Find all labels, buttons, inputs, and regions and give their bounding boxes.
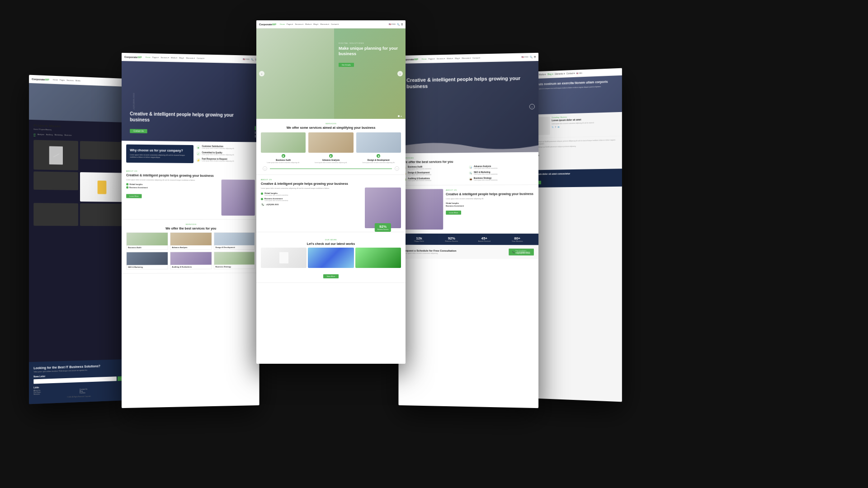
r-nav-elements: Elements ▾ xyxy=(462,57,471,59)
linkedin-icon: in xyxy=(558,125,560,128)
c-nav-elements: Elements ▾ xyxy=(320,23,329,25)
mockup-center: CorporateWP Home Pages ▾ Services ▾ Work… xyxy=(256,20,406,364)
r-about-content: ABOUT US Creative & intelligent people h… xyxy=(403,188,534,230)
center-services-header: SERVICES We offer some services aimed at… xyxy=(261,122,401,130)
left-hero-content: Creative & intelligent people helps grow… xyxy=(130,111,251,135)
stat-awards-label: Awards Received xyxy=(468,240,501,242)
hero-next-btn: › xyxy=(397,71,403,76)
newsletter-input xyxy=(33,376,117,384)
r-feat-1: Global Insights xyxy=(446,202,534,204)
c-feat-2-dot xyxy=(261,198,263,200)
c-lang: 🇺🇸 ENG xyxy=(389,23,396,25)
about-content: Lorem ipsum dolor sit amet consectetur a… xyxy=(126,179,255,216)
left-features: ★ Customer Satisfaction Lorem ipsum dolo… xyxy=(196,145,255,164)
l-lang: 🇺🇸 ENG xyxy=(243,58,250,60)
cta-consultation-label: Free Consultation xyxy=(515,250,530,252)
portfolio-title: Let's check out our latest works xyxy=(261,242,401,246)
right-services-grid: 📋 Business Audit Lorem ipsum dolor sit a… xyxy=(403,165,534,182)
far-left-logo: CorporateWP xyxy=(32,77,49,81)
l-nav-works: Works ▾ xyxy=(171,56,177,59)
far-left-nav-items: Home Pages Services Works xyxy=(53,79,80,82)
fr-cta-block: Lorem ipsum dolor sit amet consectetur L… xyxy=(525,169,622,188)
services-header: SERVICES We offer the best services for … xyxy=(126,223,255,230)
tab-marketing: Marketing xyxy=(55,134,63,137)
svc-label-2: Advance Analysis xyxy=(170,245,211,249)
c-feat-1: Global Insights Lorem ipsum dolor sit am… xyxy=(261,192,362,196)
success-label: Business Success xyxy=(377,229,388,230)
feature-3: ⚡ Fast Response to Request Lorem ipsum d… xyxy=(196,158,255,163)
about-feat-2: Business Investment xyxy=(126,187,219,189)
svc-label-3: Design & Development xyxy=(214,245,254,249)
far-right-content: Consulting • Business Lorem ipsum dolor … xyxy=(525,112,622,188)
r-svc-3: 🎨 Design & Development Lorem ipsum dolor… xyxy=(403,171,467,176)
stat-awards-num: 45+ xyxy=(468,236,501,240)
c-svc-title-2: Advance Analysis xyxy=(308,159,353,161)
c-about-title: Creative & intelligent people helps grow… xyxy=(261,182,401,186)
c-svc-icon-2 xyxy=(329,154,333,158)
stat-success-label: Business Success xyxy=(435,240,468,242)
services-label: SERVICES xyxy=(126,223,255,225)
portfolio-grid xyxy=(261,248,401,268)
c-feat-1-body: Lorem ipsum dolor sit amet consectetur. xyxy=(264,194,288,196)
r-svc-1: 📋 Business Audit Lorem ipsum dolor sit a… xyxy=(403,165,467,170)
right-stats-row: 12k Happy Clients 92% Business Success 4… xyxy=(398,234,538,245)
services-title: We offer the best services for you xyxy=(126,226,255,230)
r-nav-home: Home xyxy=(422,58,427,60)
services-carousel-nav: ‹ › xyxy=(261,166,401,171)
center-nav-right: 🇺🇸 ENG 🔍 ☰ xyxy=(389,23,403,26)
tab-all: All xyxy=(33,133,36,136)
c-about-img xyxy=(365,188,401,228)
svc-card-1: Business Audit xyxy=(126,232,168,250)
r-svc-1-desc: Lorem ipsum dolor sit amet consectetur. xyxy=(408,168,432,170)
masonry-item-2 xyxy=(80,141,124,160)
c-svc-img-3 xyxy=(356,132,401,153)
c-nav-home: Home xyxy=(280,23,285,25)
nav-works: Works xyxy=(75,80,80,82)
fr-blog-area: Consulting • Business Lorem ipsum dolor … xyxy=(525,112,622,188)
r-nav-services: Services ▾ xyxy=(437,57,445,60)
c-svc-icon-1 xyxy=(282,154,285,158)
masonry-item-4 xyxy=(80,172,124,202)
stat-team: 80+ Team Members xyxy=(501,236,534,242)
cta-text-area: Request a Schedule for Free Consultation… xyxy=(403,249,509,255)
cta-subtitle: Lorem ipsum dolor sit amet consectetur a… xyxy=(403,253,509,255)
mockup-left: CorporateWP Home Pages ▾ Services ▾ Work… xyxy=(122,53,259,408)
svc-img-4 xyxy=(127,252,168,265)
left-hero-btn: Contact Us xyxy=(130,129,147,133)
portfolio-view-more: View More xyxy=(261,271,401,279)
center-hero-btn: Get Details xyxy=(339,63,354,67)
right-nav: Home Pages ▾ Services ▾ Works ▾ Blog ▾ E… xyxy=(422,56,480,60)
c-svc-title-3: Design & Development xyxy=(356,159,401,161)
c-svc-icon-3 xyxy=(377,154,380,158)
svc-card-5: Auditing & Evaluations xyxy=(170,252,212,269)
far-left-hero xyxy=(29,83,128,122)
l-nav-blog: Blog ▾ xyxy=(179,56,184,59)
why-title: Why choose us for your company? xyxy=(130,148,189,153)
c-svc-img-1 xyxy=(261,132,306,153)
left-hero: +1(21)5555-5511 Creative & intelligent p… xyxy=(122,61,259,142)
fr-lang: 🇺🇸 ENG xyxy=(576,72,582,74)
r-svc-6: 💼 Business Strategy Lorem ipsum dolor si… xyxy=(469,177,534,181)
right-hero-content: Creative & intelligent people helps grow… xyxy=(406,75,530,90)
c-svc-desc-1: Lorem ipsum dolor sit amet consectetur a… xyxy=(261,162,306,164)
center-hero-photo xyxy=(256,28,339,119)
left-nav-right: 🇺🇸 ENG 🔍 ☰ xyxy=(243,58,256,61)
c-feat-1-dot xyxy=(261,192,263,195)
feat-2-label: Business Investment xyxy=(129,187,147,189)
mockup-right: CorporateWP Home Pages ▾ Services ▾ Work… xyxy=(398,53,538,408)
r-svc-5-desc: Lorem ipsum dolor sit amet consectetur. xyxy=(408,180,432,182)
far-left-masonry-grid xyxy=(33,140,123,226)
portfolio-item-1 xyxy=(261,248,307,268)
c-about-text: Lorem ipsum dolor sit amet consectetur a… xyxy=(261,188,362,228)
masonry-item-6 xyxy=(80,203,124,226)
why-body: Lorem ipsum dolor sit amet consectetur a… xyxy=(130,154,189,160)
svc-card-2: Advance Analysis xyxy=(170,232,212,250)
svc-img-2 xyxy=(170,233,211,245)
r-svc-2-desc: Lorem ipsum dolor sit amet consectetur. xyxy=(474,168,498,169)
hero-dots xyxy=(398,115,402,117)
right-nav-right: 🇺🇸 ENG 🔍 ☰ xyxy=(522,55,536,58)
c-nav-contact: Contact ▾ xyxy=(331,23,339,25)
l-nav-home: Home xyxy=(146,56,151,58)
right-about-section: ABOUT US Creative & intelligent people h… xyxy=(398,185,538,234)
r-svc-6-icon: 💼 xyxy=(469,177,472,181)
